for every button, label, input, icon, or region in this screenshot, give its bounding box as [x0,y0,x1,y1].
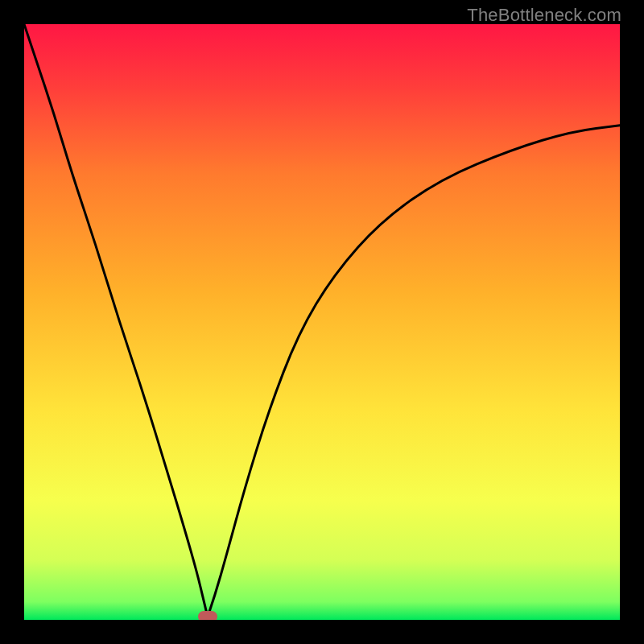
chart-frame: TheBottleneck.com [0,0,644,644]
bottleneck-curve [24,24,620,620]
minimum-marker [198,611,217,620]
curve-right-branch [208,126,620,617]
plot-area [24,24,620,620]
watermark-text: TheBottleneck.com [467,5,621,26]
curve-left-branch [24,24,208,617]
